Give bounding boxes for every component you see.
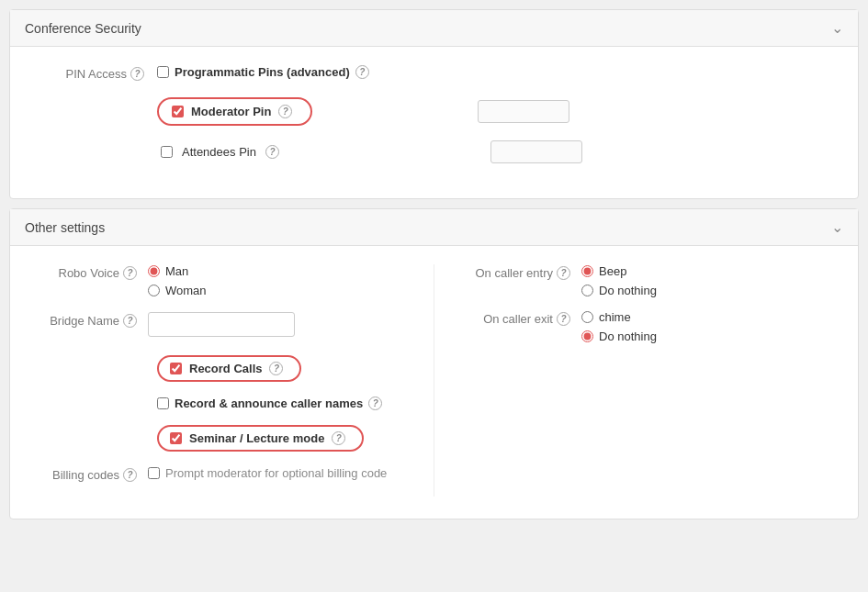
other-settings-body: Robo Voice ? Man Woman — [10, 246, 858, 519]
moderator-pin-input[interactable]: 111 — [478, 100, 569, 123]
robo-voice-man-label[interactable]: Man — [165, 264, 188, 278]
moderator-pin-label[interactable]: Moderator Pin — [191, 105, 271, 118]
robo-voice-woman-label[interactable]: Woman — [165, 284, 207, 297]
moderator-pin-row: Moderator Pin ? 111 — [157, 97, 830, 126]
on-entry-nothing-label[interactable]: Do nothing — [599, 284, 657, 297]
page-container: Conference Security ⌄ PIN Access ? Progr… — [0, 0, 868, 592]
pin-access-label: PIN Access — [66, 67, 127, 81]
attendees-pin-group: Attendees Pin ? — [157, 145, 279, 159]
seminar-mode-checkbox[interactable] — [170, 432, 182, 444]
robo-voice-help-icon[interactable]: ? — [123, 266, 137, 280]
bridge-name-help-icon[interactable]: ? — [123, 314, 137, 328]
conference-security-title: Conference Security — [25, 21, 141, 36]
record-announce-label[interactable]: Record & announce caller names — [175, 397, 363, 410]
billing-codes-label-container: Billing codes ? — [38, 466, 148, 482]
on-caller-exit-row: On caller exit ? chime Do nothing — [462, 310, 830, 343]
pin-access-row: PIN Access ? Programmatic Pins (advanced… — [38, 65, 830, 163]
record-calls-help-icon[interactable]: ? — [269, 362, 283, 375]
attendees-pin-input[interactable]: 222 — [490, 140, 582, 163]
other-settings-section: Other settings ⌄ Robo Voice ? — [9, 208, 859, 519]
attendees-pin-checkbox[interactable] — [161, 146, 173, 158]
billing-codes-option: Prompt moderator for optional billing co… — [148, 466, 406, 480]
on-exit-nothing-label[interactable]: Do nothing — [599, 330, 657, 343]
record-announce-checkbox[interactable] — [157, 397, 169, 409]
robo-voice-woman-option: Woman — [148, 284, 406, 297]
on-entry-nothing-radio[interactable] — [581, 285, 593, 296]
seminar-container: Seminar / Lecture mode ? — [38, 421, 406, 452]
on-caller-entry-label: On caller entry — [475, 266, 553, 280]
robo-voice-label: Robo Voice — [59, 266, 120, 280]
on-exit-nothing-option: Do nothing — [581, 330, 830, 343]
on-exit-chime-radio[interactable] — [581, 311, 593, 323]
record-announce-help-icon[interactable]: ? — [368, 397, 382, 410]
robo-voice-label-container: Robo Voice ? — [38, 264, 148, 280]
conference-security-header[interactable]: Conference Security ⌄ — [10, 10, 858, 47]
programmatic-pins-label[interactable]: Programmatic Pins (advanced) — [175, 65, 350, 79]
record-calls-label[interactable]: Record Calls — [189, 362, 262, 375]
billing-codes-help-icon[interactable]: ? — [123, 468, 137, 482]
on-caller-entry-content: Beep Do nothing — [581, 264, 830, 297]
conference-security-body: PIN Access ? Programmatic Pins (advanced… — [10, 47, 858, 198]
moderator-pin-checkbox[interactable] — [172, 106, 184, 117]
left-column: Robo Voice ? Man Woman — [38, 264, 434, 497]
record-calls-container: Record Calls ? — [38, 352, 406, 385]
other-settings-header[interactable]: Other settings ⌄ — [10, 209, 858, 246]
record-announce-row: Record & announce caller names ? — [157, 397, 406, 410]
moderator-pin-help-icon[interactable]: ? — [278, 105, 292, 118]
on-caller-exit-label: On caller exit — [483, 312, 553, 326]
conference-security-chevron: ⌄ — [831, 19, 843, 37]
other-settings-grid: Robo Voice ? Man Woman — [38, 264, 830, 497]
record-announce-container: Record & announce caller names ? — [38, 397, 406, 410]
attendees-pin-label[interactable]: Attendees Pin — [182, 145, 256, 159]
robo-voice-man-radio[interactable] — [148, 265, 160, 277]
robo-voice-man-option: Man — [148, 264, 406, 278]
on-exit-nothing-radio[interactable] — [581, 330, 593, 342]
on-caller-exit-content: chime Do nothing — [581, 310, 830, 343]
on-caller-exit-label-container: On caller exit ? — [462, 310, 581, 326]
seminar-mode-label[interactable]: Seminar / Lecture mode — [189, 431, 324, 445]
record-calls-checkbox[interactable] — [170, 363, 182, 374]
billing-codes-content: Prompt moderator for optional billing co… — [148, 466, 406, 480]
attendees-pin-row: Attendees Pin ? 222 — [157, 140, 830, 163]
pin-access-content: Programmatic Pins (advanced) ? Moderator… — [157, 65, 830, 163]
pin-access-label-container: PIN Access ? — [38, 65, 157, 81]
programmatic-pins-help-icon[interactable]: ? — [355, 65, 369, 79]
robo-voice-woman-radio[interactable] — [148, 285, 160, 296]
on-entry-beep-option: Beep — [581, 264, 830, 278]
on-exit-chime-option: chime — [581, 310, 830, 324]
seminar-help-icon[interactable]: ? — [332, 431, 345, 445]
billing-prompt-label[interactable]: Prompt moderator for optional billing co… — [165, 466, 387, 480]
on-caller-exit-help-icon[interactable]: ? — [557, 312, 570, 326]
pin-access-help-icon[interactable]: ? — [130, 67, 144, 81]
bridge-name-row: Bridge Name ? FS10 — [38, 312, 406, 337]
bridge-name-label: Bridge Name — [50, 314, 119, 328]
on-entry-beep-radio[interactable] — [581, 265, 593, 277]
on-caller-entry-label-container: On caller entry ? — [462, 264, 581, 280]
on-caller-entry-help-icon[interactable]: ? — [557, 266, 570, 280]
right-column: On caller entry ? Beep Do nothing — [434, 264, 830, 497]
programmatic-pins-row: Programmatic Pins (advanced) ? — [157, 65, 830, 79]
bridge-name-label-container: Bridge Name ? — [38, 312, 148, 328]
billing-prompt-checkbox[interactable] — [148, 467, 160, 479]
programmatic-pins-checkbox[interactable] — [157, 66, 169, 78]
billing-codes-label: Billing codes — [52, 468, 119, 482]
robo-voice-row: Robo Voice ? Man Woman — [38, 264, 406, 297]
moderator-pin-box: Moderator Pin ? — [157, 97, 312, 126]
attendees-pin-help-icon[interactable]: ? — [265, 145, 279, 159]
seminar-box: Seminar / Lecture mode ? — [157, 425, 364, 452]
billing-codes-row: Billing codes ? Prompt moderator for opt… — [38, 466, 406, 482]
other-settings-title: Other settings — [25, 220, 105, 235]
on-caller-entry-row: On caller entry ? Beep Do nothing — [462, 264, 830, 297]
on-exit-chime-label[interactable]: chime — [599, 310, 631, 324]
on-entry-nothing-option: Do nothing — [581, 284, 830, 297]
robo-voice-content: Man Woman — [148, 264, 406, 297]
on-entry-beep-label[interactable]: Beep — [599, 264, 626, 278]
record-calls-box: Record Calls ? — [157, 355, 301, 382]
conference-security-section: Conference Security ⌄ PIN Access ? Progr… — [9, 9, 859, 199]
bridge-name-content: FS10 — [148, 312, 406, 337]
bridge-name-input[interactable]: FS10 — [148, 312, 295, 337]
other-settings-chevron: ⌄ — [831, 218, 843, 236]
